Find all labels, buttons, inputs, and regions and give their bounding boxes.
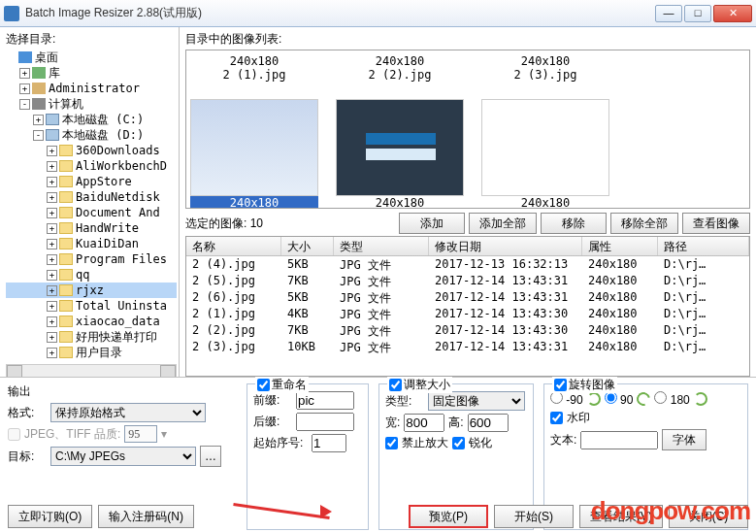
rotate-90[interactable]: 90 <box>605 391 634 407</box>
sharpen-check[interactable] <box>452 437 465 449</box>
table-row[interactable]: 2 (2).jpg7KBJPG 文件2017-12-14 13:43:30240… <box>186 322 749 339</box>
thumb-image <box>336 99 464 196</box>
col-size[interactable]: 大小 <box>281 237 334 255</box>
tree-item[interactable]: +xiaocao_data <box>6 314 177 329</box>
resize-type-select[interactable]: 固定图像 <box>428 391 525 411</box>
tree-item[interactable]: +Program Files <box>6 251 177 267</box>
thumb-image <box>190 99 318 196</box>
thumbnail[interactable]: 240x1802 (5).jpg <box>336 99 464 209</box>
col-path[interactable]: 路径 <box>658 237 749 255</box>
target-select[interactable]: C:\My JPEGs <box>50 447 196 466</box>
watermark-text-input[interactable] <box>580 431 658 449</box>
maximize-button[interactable]: □ <box>684 5 711 22</box>
tree-item[interactable]: +AppStore <box>6 174 177 189</box>
rotate-neg90[interactable]: -90 <box>550 391 583 407</box>
width-input[interactable] <box>404 414 444 432</box>
folder-icon <box>59 238 73 249</box>
tree-item-label: qq <box>76 267 89 283</box>
remove-all-button[interactable]: 移除全部 <box>610 213 678 234</box>
tree-item[interactable]: +库 <box>6 65 177 81</box>
thumbnail[interactable]: 240x1802 (2).jpg <box>336 54 464 82</box>
watermark-check[interactable] <box>550 412 563 424</box>
folder-icon <box>59 207 73 218</box>
thumbnail[interactable]: 240x1802 (3).jpg <box>481 54 609 82</box>
rotate-check[interactable] <box>554 379 567 391</box>
col-type[interactable]: 类型 <box>334 237 429 255</box>
rotate-180[interactable]: 180 <box>654 391 689 407</box>
pc-icon <box>32 98 46 110</box>
tree-item[interactable]: +用户目录 <box>6 345 177 360</box>
folder-icon <box>59 284 73 296</box>
folder-icon <box>59 347 73 358</box>
tree-item[interactable]: +KuaiDiDan <box>6 236 177 251</box>
start-button[interactable]: 开始(S) <box>494 505 574 528</box>
close-app-button[interactable]: 关闭(C) <box>669 505 748 528</box>
table-row[interactable]: 2 (5).jpg7KBJPG 文件2017-12-14 13:43:31240… <box>186 273 749 289</box>
prefix-input[interactable] <box>296 391 354 410</box>
table-row[interactable]: 2 (1).jpg4KBJPG 文件2017-12-14 13:43:30240… <box>186 306 749 322</box>
quality-check <box>8 428 20 441</box>
folder-icon <box>59 160 73 172</box>
folder-tree[interactable]: 桌面+库+Administrator-计算机+本地磁盘 (C:)-本地磁盘 (D… <box>6 50 177 360</box>
table-row[interactable]: 2 (6).jpg5KBJPG 文件2017-12-14 13:43:31240… <box>186 289 749 306</box>
tree-item-label: Program Files <box>76 251 167 267</box>
drive-icon <box>46 129 59 141</box>
order-button[interactable]: 立即订购(O) <box>8 505 92 528</box>
tree-item[interactable]: -计算机 <box>6 96 177 112</box>
regcode-button[interactable]: 输入注册码(N) <box>98 505 194 528</box>
window-title: Batch Image Resizer 2.88(试用版) <box>25 5 655 21</box>
tree-item[interactable]: +好用快递单打印 <box>6 329 177 345</box>
tree-item-label: KuaiDiDan <box>76 236 139 251</box>
tree-item-label: AppStore <box>76 174 132 189</box>
font-button[interactable]: 字体 <box>662 429 707 450</box>
startnum-input[interactable] <box>312 434 346 452</box>
rename-check[interactable] <box>257 379 270 391</box>
thumbnail[interactable]: 240x1802 (6).jpg <box>481 99 609 209</box>
thumb-panel-label: 目录中的图像列表: <box>185 31 750 48</box>
col-name[interactable]: 名称 <box>186 237 281 255</box>
suffix-input[interactable] <box>296 413 354 431</box>
rotate-180-icon <box>694 392 707 406</box>
tree-item[interactable]: +Administrator <box>6 81 177 96</box>
col-date[interactable]: 修改日期 <box>429 237 582 255</box>
tree-item[interactable]: +AliWorkbenchD <box>6 158 177 174</box>
tree-item[interactable]: +360Downloads <box>6 143 177 158</box>
tree-item[interactable]: +rjxz <box>6 283 177 298</box>
thumb-image <box>481 99 609 196</box>
table-row[interactable]: 2 (3).jpg10KBJPG 文件2017-12-14 13:43:3124… <box>186 339 749 355</box>
tree-item[interactable]: +HandWrite <box>6 220 177 236</box>
thumbnail[interactable]: 240x1802 (1).jpg <box>190 54 318 82</box>
height-input[interactable] <box>468 414 509 432</box>
folder-icon <box>59 331 73 343</box>
browse-button[interactable]: … <box>200 446 221 467</box>
preview-button[interactable]: 预览(P) <box>409 505 488 528</box>
tree-item[interactable]: +qq <box>6 267 177 283</box>
tree-item[interactable]: +BaiduNetdisk <box>6 189 177 205</box>
tree-item[interactable]: +Document And <box>6 205 177 220</box>
tree-item-label: AliWorkbenchD <box>76 158 167 174</box>
tree-scrollbar[interactable] <box>6 364 177 377</box>
folder-icon <box>59 269 73 281</box>
quality-label: JPEG、TIFF 品质: <box>24 426 120 443</box>
view-image-button[interactable]: 查看图像 <box>682 213 750 234</box>
folder-tree-label: 选择目录: <box>6 31 177 48</box>
tree-item[interactable]: +本地磁盘 (C:) <box>6 112 177 127</box>
add-all-button[interactable]: 添加全部 <box>469 213 537 234</box>
folder-icon <box>59 222 73 234</box>
table-row[interactable]: 2 (4).jpg5KBJPG 文件2017-12-13 16:32:13240… <box>186 256 749 273</box>
minimize-button[interactable]: — <box>655 5 682 22</box>
format-select[interactable]: 保持原始格式 <box>50 403 206 422</box>
result-button[interactable]: 查看结果(V) <box>579 505 663 528</box>
file-table: 名称 大小 类型 修改日期 属性 路径 2 (4).jpg5KBJPG 文件20… <box>185 236 750 377</box>
quality-dropdown-icon: ▾ <box>161 427 167 441</box>
add-button[interactable]: 添加 <box>399 213 465 234</box>
close-button[interactable]: ✕ <box>713 5 752 22</box>
resize-check[interactable] <box>389 379 402 391</box>
remove-button[interactable]: 移除 <box>541 213 607 234</box>
tree-item[interactable]: 桌面 <box>6 50 177 65</box>
col-attr[interactable]: 属性 <box>582 237 658 255</box>
tree-item[interactable]: -本地磁盘 (D:) <box>6 127 177 143</box>
thumbnail[interactable]: 240x1802 (4).jpg <box>190 99 318 209</box>
noenlarge-check[interactable] <box>385 437 398 449</box>
tree-item[interactable]: +Total Uninsta <box>6 298 177 314</box>
